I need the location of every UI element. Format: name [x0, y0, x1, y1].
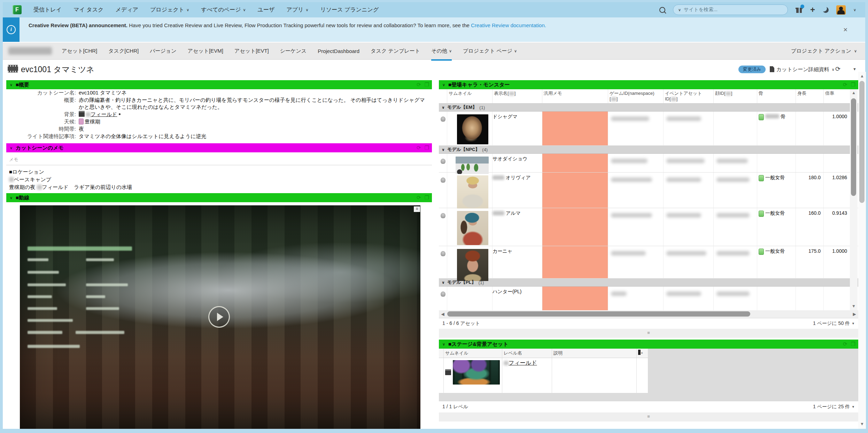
- table-row-kanya[interactable]: カーニャ 一般女骨 175.0 1.0000: [439, 246, 858, 279]
- refresh-icon[interactable]: ⟳: [417, 145, 421, 151]
- background-level-link[interactable]: フィールド: [91, 111, 117, 117]
- row-select-cell[interactable]: [439, 358, 444, 393]
- nav-media[interactable]: メディア: [115, 6, 138, 14]
- scroll-up-icon[interactable]: ▲: [850, 89, 858, 96]
- scroll-right-icon[interactable]: ▶: [851, 312, 858, 317]
- col-description[interactable]: 説明: [552, 349, 637, 358]
- refresh-icon[interactable]: ⟳: [417, 195, 421, 201]
- dark-mode-moon-icon[interactable]: [823, 7, 829, 13]
- col-event-asset-id[interactable]: イベントアセットID[]: [664, 89, 714, 103]
- table-row-saodaishou[interactable]: サオダイショウ: [439, 154, 858, 173]
- col-level-name[interactable]: レベル名: [502, 349, 552, 358]
- popout-icon[interactable]: ❐: [425, 82, 429, 88]
- memo-cell[interactable]: [542, 173, 608, 208]
- nav-my-tasks[interactable]: マイ タスク: [73, 6, 103, 14]
- nav-apps[interactable]: アプリ∨: [286, 6, 308, 14]
- section-characters-header[interactable]: ∨ ■登場キャラ・モンスター ⟳❐: [439, 80, 858, 89]
- status-badge[interactable]: 変更済み: [738, 66, 766, 73]
- popout-icon[interactable]: ❐: [425, 195, 429, 201]
- page-options-dropdown-icon[interactable]: ▼: [853, 67, 857, 71]
- col-thumbnail[interactable]: サムネイル: [447, 89, 493, 103]
- project-name-redacted[interactable]: [8, 47, 52, 55]
- play-button[interactable]: [208, 306, 230, 328]
- nav-users[interactable]: ユーザ: [258, 6, 275, 14]
- flow-video-player[interactable]: ≡: [20, 205, 420, 429]
- close-icon[interactable]: ✕: [843, 26, 848, 33]
- banner-doc-link[interactable]: Creative Review documentation.: [471, 22, 546, 28]
- thumbnail-olivia[interactable]: [457, 175, 488, 208]
- refresh-icon[interactable]: ⟳: [843, 82, 847, 88]
- whats-new-gift-icon[interactable]: [796, 6, 803, 13]
- thumbnail-alma[interactable]: [457, 211, 488, 245]
- collapse-chevron-icon[interactable]: ∨: [442, 83, 445, 87]
- memo-cell[interactable]: [542, 208, 608, 246]
- popout-icon[interactable]: ❐: [851, 341, 855, 347]
- col-scale[interactable]: 倍率: [824, 89, 850, 103]
- section-overview-header[interactable]: ∨ ■概要 ⟳❐: [6, 80, 432, 89]
- collapse-chevron-icon[interactable]: ∨: [10, 83, 13, 87]
- app-logo-icon[interactable]: F: [13, 5, 22, 14]
- create-new-button[interactable]: +: [810, 6, 815, 13]
- collapse-chevron-icon[interactable]: ∨: [10, 146, 13, 150]
- nav-inbox[interactable]: 受信トレイ: [33, 6, 62, 14]
- table-row-doshaguma[interactable]: ドシャグマ 骨 1.0000: [439, 112, 858, 146]
- memo-cell[interactable]: [542, 246, 608, 278]
- section-stage-header[interactable]: ∨ ■ステージ&背景アセット ⟳❐: [439, 340, 858, 349]
- col-game-id[interactable]: ゲームID(namespace)[]: [608, 89, 664, 103]
- page-size-selector[interactable]: 1 ページに 50 件▼: [813, 320, 855, 327]
- project-actions-menu[interactable]: プロジェクト アクション∨: [791, 48, 857, 54]
- tab-asset-evt[interactable]: アセット[EVT]: [234, 43, 269, 59]
- scroll-down-icon[interactable]: ▼: [858, 420, 866, 427]
- refresh-icon[interactable]: ⟳: [417, 82, 421, 88]
- search-scope-chevron-icon[interactable]: ∨: [678, 8, 681, 12]
- scroll-up-icon[interactable]: ▲: [858, 73, 866, 79]
- col-face-id[interactable]: 顔ID[]: [714, 89, 757, 103]
- collapse-chevron-icon[interactable]: ∨: [10, 196, 13, 200]
- col-display-name[interactable]: 表示名[]: [493, 89, 542, 103]
- col-generic-memo[interactable]: 汎用メモ: [542, 89, 608, 103]
- thumbnail-kanya[interactable]: [457, 249, 488, 281]
- memo-cell[interactable]: [542, 112, 608, 145]
- video-menu-icon[interactable]: ≡: [414, 206, 420, 212]
- group-row-model-em[interactable]: ∨モデル【EM】(1): [439, 104, 858, 112]
- thumbnail-hunter[interactable]: [457, 289, 488, 312]
- search-icon[interactable]: [659, 7, 665, 13]
- collapse-chevron-icon[interactable]: ∨: [442, 342, 445, 347]
- table-row-olivia[interactable]: オリヴィア 一般女骨 180.0 1.0286: [439, 173, 858, 208]
- scrollbar-thumb[interactable]: [859, 81, 865, 203]
- thumbnail-saodaishou[interactable]: [456, 157, 489, 174]
- scrollbar-thumb[interactable]: [447, 311, 750, 317]
- group-row-model-pl[interactable]: ∨モデル【PL】(1): [439, 279, 858, 287]
- tab-task-template[interactable]: タスク テンプレート: [371, 43, 420, 59]
- scroll-down-icon[interactable]: ▼: [850, 303, 858, 310]
- search-input[interactable]: ∨ サイトを検索...: [673, 5, 788, 15]
- col-bone[interactable]: 骨: [757, 89, 796, 103]
- panel-resize-handle[interactable]: ≡: [439, 412, 858, 421]
- tab-others-active[interactable]: その他∨: [431, 41, 452, 61]
- table-row-hunter[interactable]: ハンター(PL): [439, 287, 858, 311]
- detail-doc-selector[interactable]: カットシーン詳細資料∨: [776, 66, 835, 73]
- tab-task-chr[interactable]: タスク[CHR]: [108, 43, 139, 59]
- popout-icon[interactable]: ❐: [425, 145, 429, 151]
- page-size-selector[interactable]: 1 ページに 25 件▼: [813, 404, 855, 410]
- nav-project[interactable]: プロジェクト∨: [150, 6, 189, 14]
- account-menu-chevron-icon[interactable]: ∨: [853, 8, 856, 12]
- tab-version[interactable]: バージョン: [150, 43, 176, 59]
- table-row-alma[interactable]: アルマ 一般女骨 160.0 0.9143: [439, 208, 858, 246]
- characters-horizontal-scrollbar[interactable]: ◀ ▶: [439, 310, 858, 318]
- page-vertical-scrollbar[interactable]: ▲ ▼: [858, 72, 866, 429]
- col-thumbnail[interactable]: サムネイル: [444, 349, 502, 358]
- thumbnail-field-level[interactable]: [453, 360, 500, 385]
- tab-sequence[interactable]: シーケンス: [280, 43, 307, 59]
- stage-row-field[interactable]: フィールド: [439, 358, 648, 393]
- refresh-icon[interactable]: ⟳: [843, 341, 847, 347]
- scrollbar-thumb[interactable]: [851, 98, 856, 196]
- memo-cell[interactable]: [542, 287, 608, 311]
- memo-cell[interactable]: [542, 154, 608, 172]
- col-height[interactable]: 身長: [796, 89, 824, 103]
- tab-project-dashboard[interactable]: ProjectDashboard: [318, 43, 359, 59]
- user-avatar[interactable]: [836, 5, 846, 15]
- nav-all-pages[interactable]: すべてのページ∨: [201, 6, 246, 14]
- scroll-left-icon[interactable]: ◀: [439, 312, 447, 317]
- tab-asset-evm[interactable]: アセット[EVM]: [188, 43, 223, 59]
